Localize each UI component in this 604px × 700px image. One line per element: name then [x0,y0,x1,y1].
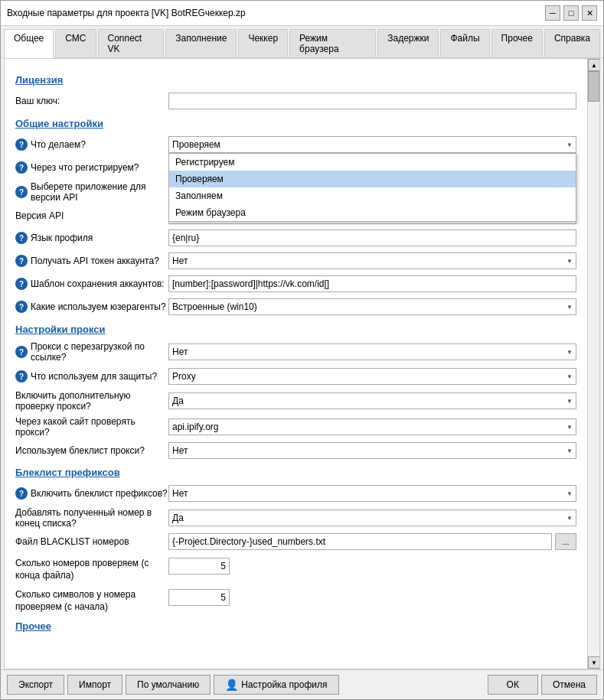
save-template-help-icon[interactable]: ? [15,278,28,290]
protection-arrow-icon: ▼ [566,373,573,380]
useragents-row: ? Какие используем юзерагенты? Встроенны… [15,298,576,316]
default-button[interactable]: По умолчанию [126,675,211,695]
enable-prefix-arrow-icon: ▼ [566,490,573,497]
license-key-input[interactable] [168,93,576,109]
scroll-down-button[interactable]: ▼ [588,656,600,669]
tab-zapolnenie[interactable]: Заполнение [165,29,237,57]
add-to-end-label: Добавлять полученный номер в конец списк… [15,507,168,529]
license-header: Лицензия [15,74,576,86]
what-doing-label: ? Что делаем? [15,138,168,151]
symbol-count-control [168,589,230,606]
enable-prefix-label: ? Включить блеклист префиксов? [15,487,168,500]
check-count-row: Сколько номеров проверяем (с конца файла… [15,555,576,581]
profile-lang-help-icon[interactable]: ? [15,232,28,244]
api-version-label: Версия API [15,210,168,221]
profile-icon: 👤 [225,679,238,691]
blacklist-file-control: ... [168,533,576,550]
maximize-button[interactable]: □ [563,5,579,21]
tab-delays[interactable]: Задержки [377,29,439,57]
blacklist-proxy-dropdown[interactable]: Нет ▼ [168,442,576,459]
scrollbar-track[interactable] [588,71,599,656]
what-doing-dropdown-menu: Регистрируем Проверяем Заполняем Режим б… [168,153,576,222]
protection-help-icon[interactable]: ? [15,370,28,383]
blacklist-file-label: Файл BLACKLIST номеров [15,536,168,547]
check-count-control [168,558,230,575]
bottom-bar: Экспорт Импорт По умолчанию 👤 Настройка … [1,669,603,699]
app-version-label: ? Выберете приложение для версии API [15,181,168,203]
get-api-token-arrow-icon: ▼ [566,258,573,265]
add-to-end-dropdown[interactable]: Да ▼ [168,510,576,526]
tab-browser-mode[interactable]: Режим браузера [289,29,376,57]
what-doing-arrow-icon: ▼ [566,142,573,148]
option-browser[interactable]: Режим браузера [169,204,576,221]
extra-check-arrow-icon: ▼ [566,398,573,405]
import-button[interactable]: Импорт [67,675,122,695]
minimize-button[interactable]: ─ [545,5,560,21]
tab-obshee[interactable]: Общее [4,29,54,58]
option-register[interactable]: Регистрируем [169,154,576,171]
protection-dropdown[interactable]: Proxy ▼ [168,368,576,385]
reload-proxy-row: ? Прокси с перезагрузкой по ссылке? Нет … [15,341,576,363]
tab-other[interactable]: Прочее [491,29,543,57]
license-key-label: Ваш ключ: [15,96,168,106]
what-doing-help-icon[interactable]: ? [15,138,28,151]
reload-proxy-help-icon[interactable]: ? [15,346,28,358]
save-template-input[interactable] [168,275,576,292]
protection-control: Proxy ▼ [168,368,576,385]
symbol-count-row: Сколько символов у номера проверяем (с н… [15,586,576,613]
register-via-help-icon[interactable]: ? [15,161,28,174]
window-controls: ─ □ ✕ [545,5,597,21]
check-site-arrow-icon: ▼ [566,424,573,431]
profile-lang-input[interactable] [168,230,576,246]
blacklist-file-browse-button[interactable]: ... [555,533,576,550]
check-count-input[interactable] [168,558,230,575]
protection-row: ? Что используем для защиты? Proxy ▼ [15,367,576,386]
reload-proxy-dropdown[interactable]: Нет ▼ [168,343,576,360]
extra-check-dropdown[interactable]: Да ▼ [168,392,576,409]
get-api-token-row: ? Получать API токен аккаунта? Нет ▼ [15,252,576,270]
window-title: Входные параметры для проекта [VK] BotRE… [7,8,246,18]
cancel-button[interactable]: Отмена [541,675,597,695]
tab-sms[interactable]: СМС [55,29,96,57]
tab-checker[interactable]: Чеккер [238,29,288,57]
option-check[interactable]: Проверяем [169,171,576,187]
export-button[interactable]: Экспорт [7,675,64,695]
scroll-up-button[interactable]: ▲ [588,59,600,71]
main-window: Входные параметры для проекта [VK] BotRE… [0,0,604,700]
app-version-help-icon[interactable]: ? [15,186,28,198]
tab-connect-vk[interactable]: Connect VK [98,29,165,57]
what-doing-dropdown[interactable]: Проверяем ▼ [168,136,576,153]
tab-files[interactable]: Файлы [440,29,489,57]
close-button[interactable]: ✕ [582,5,597,21]
profile-lang-row: ? Язык профиля [15,229,576,247]
scrollbar: ▲ ▼ [587,59,599,669]
extra-check-control: Да ▼ [168,392,576,409]
other-header: Прочее [15,620,576,632]
save-template-control [168,275,576,292]
get-api-token-dropdown[interactable]: Нет ▼ [168,252,576,269]
useragents-arrow-icon: ▼ [566,304,573,311]
blacklist-file-input[interactable] [168,533,552,550]
scrollbar-thumb[interactable] [588,71,599,102]
get-api-token-help-icon[interactable]: ? [15,255,28,267]
useragents-help-icon[interactable]: ? [15,301,28,313]
protection-label: ? Что используем для защиты? [15,370,168,383]
enable-prefix-help-icon[interactable]: ? [15,487,28,500]
general-settings-header: Общие настройки [15,118,576,129]
check-count-label: Сколько номеров проверяем (с конца файла… [15,558,168,581]
save-template-row: ? Шаблон сохранения аккаунтов: [15,275,576,293]
enable-prefix-dropdown[interactable]: Нет ▼ [168,485,576,502]
check-site-dropdown[interactable]: api.ipify.org ▼ [168,418,576,435]
get-api-token-control: Нет ▼ [168,252,576,269]
useragents-dropdown[interactable]: Встроенные (win10) ▼ [168,298,576,315]
extra-check-row: Включить дополнительную проверку прокси?… [15,390,576,412]
blacklist-proxy-row: Используем блеклист прокси? Нет ▼ [15,442,576,459]
option-fill[interactable]: Заполняем [169,187,576,204]
ok-button[interactable]: ОК [488,675,538,695]
extra-check-label: Включить дополнительную проверку прокси? [15,390,168,412]
symbol-count-input[interactable] [168,589,230,606]
tab-help[interactable]: Справка [544,29,600,57]
profile-settings-button[interactable]: 👤 Настройка профиля [214,675,338,695]
check-site-control: api.ipify.org ▼ [168,418,576,435]
what-doing-row: ? Что делаем? Проверяем ▼ Регистрируем П… [15,135,576,154]
